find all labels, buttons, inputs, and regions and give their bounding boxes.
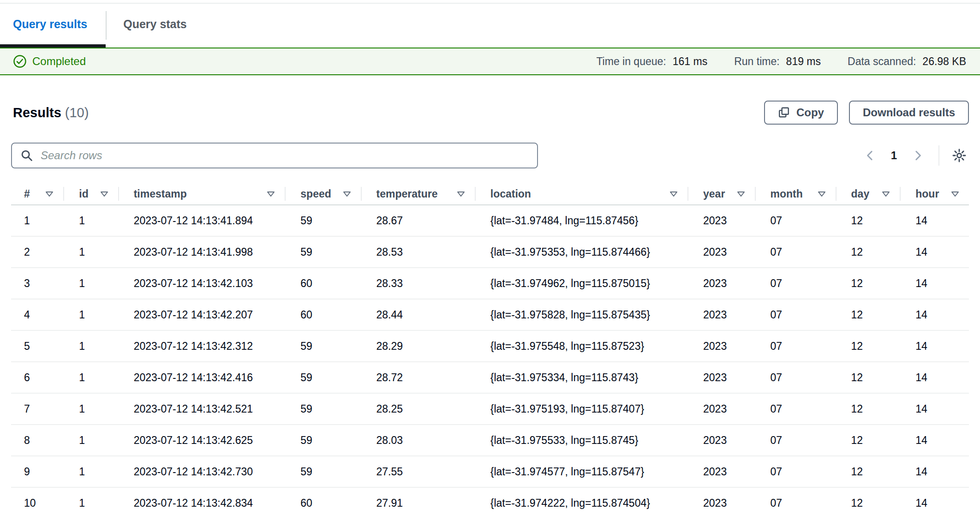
column-header-label: year: [703, 188, 725, 200]
table-cell-timestamp: 2023-07-12 14:13:42.730: [118, 456, 285, 487]
table-row: 812023-07-12 14:13:42.6255928.03{lat=-31…: [11, 425, 969, 456]
table-cell-day: 12: [836, 488, 900, 515]
column-header-hour[interactable]: hour: [900, 183, 969, 204]
tab-query-results-label: Query results: [13, 18, 87, 31]
download-results-button[interactable]: Download results: [849, 101, 969, 125]
sort-triangle-icon: [813, 189, 826, 198]
table-cell-timestamp: 2023-07-12 14:13:41.998: [118, 237, 285, 267]
table-cell-speed: 59: [285, 362, 360, 393]
stat-label: Run time:: [734, 55, 779, 68]
table-cell-timestamp: 2023-07-12 14:13:42.521: [118, 394, 285, 424]
table-cell-speed: 59: [285, 237, 360, 267]
stat-value: 161 ms: [673, 55, 707, 68]
column-header-id[interactable]: id: [63, 183, 118, 204]
current-page-number[interactable]: 1: [884, 149, 903, 162]
table-cell-timestamp: 2023-07-12 14:13:42.834: [118, 488, 285, 515]
table-cell-day: 12: [836, 425, 900, 455]
table-cell-month: 07: [755, 205, 836, 236]
table-cell-timestamp: 2023-07-12 14:13:42.312: [118, 331, 285, 361]
tab-query-stats-label: Query stats: [123, 18, 187, 31]
table-cell-temperature: 28.33: [361, 268, 475, 299]
column-header-label: day: [851, 188, 870, 200]
table-cell-location: {lat=-31.974577, lng=115.87547}: [475, 456, 687, 487]
sort-triangle-icon: [40, 189, 54, 198]
table-cell-hour: 14: [900, 237, 969, 267]
column-header-timestamp[interactable]: timestamp: [118, 183, 285, 204]
copy-button[interactable]: Copy: [764, 101, 838, 125]
table-cell-year: 2023: [687, 425, 755, 455]
table-body: 112023-07-12 14:13:41.8945928.67{lat=-31…: [11, 205, 969, 515]
table-cell-location: {lat=-31.975353, lng=115.874466}: [475, 237, 687, 267]
column-header-label: speed: [300, 188, 331, 200]
table-preferences-button[interactable]: [950, 146, 969, 165]
column-header-temperature[interactable]: temperature: [361, 183, 475, 204]
status-text: Completed: [32, 55, 86, 68]
copy-icon: [778, 107, 790, 119]
table-cell-timestamp: 2023-07-12 14:13:42.207: [118, 299, 285, 330]
previous-page-button[interactable]: [860, 147, 881, 164]
chevron-right-icon: [912, 150, 924, 162]
column-header-speed[interactable]: speed: [285, 183, 360, 204]
table-cell-speed: 59: [285, 331, 360, 361]
column-header-label: id: [79, 188, 88, 200]
table-cell-hour: 14: [900, 268, 969, 299]
table-row: 612023-07-12 14:13:42.4165928.72{lat=-31…: [11, 362, 969, 394]
column-header-day[interactable]: day: [836, 183, 900, 204]
results-title-text: Results: [13, 105, 61, 120]
table-row: 412023-07-12 14:13:42.2076028.44{lat=-31…: [11, 299, 969, 331]
table-cell-row_number: 9: [11, 456, 63, 487]
table-cell-timestamp: 2023-07-12 14:13:42.103: [118, 268, 285, 299]
stat-time-in-queue: Time in queue: 161 ms: [596, 55, 707, 68]
table-cell-year: 2023: [687, 394, 755, 424]
table-row: 212023-07-12 14:13:41.9985928.53{lat=-31…: [11, 237, 969, 268]
sort-triangle-icon: [732, 189, 746, 198]
sort-triangle-icon: [452, 189, 466, 198]
table-cell-month: 07: [755, 268, 836, 299]
table-cell-id: 1: [63, 362, 118, 393]
table-cell-row_number: 3: [11, 268, 63, 299]
table-cell-day: 12: [836, 394, 900, 424]
search-icon: [20, 149, 33, 162]
table-cell-month: 07: [755, 299, 836, 330]
sort-triangle-icon: [262, 189, 275, 198]
table-cell-hour: 14: [900, 299, 969, 330]
table-cell-location: {lat=-31.975533, lng=115.8745}: [475, 425, 687, 455]
table-cell-row_number: 5: [11, 331, 63, 361]
table-cell-id: 1: [63, 299, 118, 330]
table-cell-year: 2023: [687, 488, 755, 515]
table-cell-location: {lat=-31.975334, lng=115.8743}: [475, 362, 687, 393]
tab-query-results[interactable]: Query results: [0, 4, 106, 44]
table-cell-month: 07: [755, 394, 836, 424]
column-header-label: temperature: [376, 188, 438, 200]
table-cell-id: 1: [63, 394, 118, 424]
table-cell-month: 07: [755, 362, 836, 393]
table-cell-speed: 59: [285, 456, 360, 487]
next-page-button[interactable]: [907, 147, 928, 164]
column-header-label: location: [490, 188, 531, 200]
tab-query-stats[interactable]: Query stats: [107, 4, 205, 44]
table-cell-month: 07: [755, 488, 836, 515]
table-cell-day: 12: [836, 268, 900, 299]
table-cell-year: 2023: [687, 456, 755, 487]
column-header-month[interactable]: month: [755, 183, 836, 204]
search-rows-input[interactable]: [11, 143, 538, 168]
column-header-location[interactable]: location: [475, 183, 687, 204]
column-header-row_number[interactable]: #: [11, 183, 63, 204]
table-cell-day: 12: [836, 237, 900, 267]
stat-value: 819 ms: [786, 55, 821, 68]
table-cell-row_number: 2: [11, 237, 63, 267]
table-cell-speed: 59: [285, 394, 360, 424]
search-rows-container: [11, 143, 538, 168]
pager-divider: [938, 145, 939, 166]
table-cell-speed: 59: [285, 205, 360, 236]
column-header-year[interactable]: year: [687, 183, 755, 204]
table-cell-row_number: 4: [11, 299, 63, 330]
table-cell-temperature: 28.67: [361, 205, 475, 236]
table-cell-month: 07: [755, 425, 836, 455]
results-heading: Results(10): [11, 105, 89, 120]
table-cell-location: {lat=-31.97484, lng=115.87456}: [475, 205, 687, 236]
table-cell-speed: 60: [285, 488, 360, 515]
table-row: 312023-07-12 14:13:42.1036028.33{lat=-31…: [11, 268, 969, 299]
table-cell-hour: 14: [900, 456, 969, 487]
table-cell-year: 2023: [687, 205, 755, 236]
